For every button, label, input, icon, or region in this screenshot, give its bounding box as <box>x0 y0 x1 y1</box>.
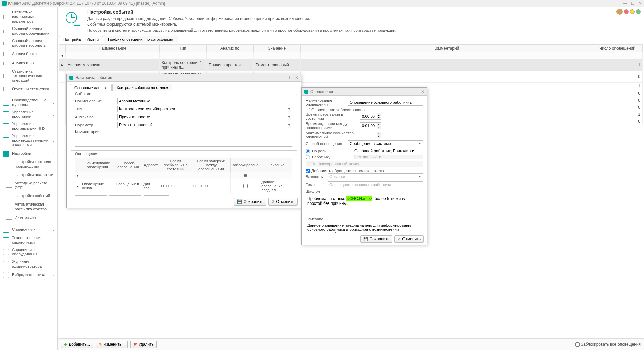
chevron-up-icon[interactable]: ▲ <box>377 132 381 135</box>
sidebar-group-settings[interactable]: Настройки⌃ <box>0 149 57 158</box>
sidebar-item[interactable]: Статистика измеряемых параметров <box>0 9 57 25</box>
worker-radio[interactable] <box>306 155 310 159</box>
page-description: События формируются системой мониторинга… <box>87 22 396 27</box>
chevron-down-icon[interactable]: ▼ <box>377 135 381 138</box>
worker-select: [нет данных]▼ <box>354 155 423 159</box>
add-button[interactable]: ✚Добавить... <box>61 341 93 348</box>
table-row[interactable]: ▸Авария механикаКонтроль состояния/причи… <box>59 59 643 71</box>
delete-button[interactable]: ✖Удалить <box>130 341 157 348</box>
block-all-checkbox[interactable]: Заблокировать все оповещения <box>575 342 641 347</box>
minimize-icon[interactable]: — <box>623 1 627 6</box>
sidebar-subitem[interactable]: Настройки аналитики <box>0 170 57 180</box>
sidebar-group[interactable]: Производственные журналы⌄ <box>0 97 57 109</box>
sidebar-group[interactable]: Справочники оборудования⌄ <box>0 246 57 258</box>
add-button[interactable]: ✚Добавить... <box>75 195 107 196</box>
sidebar-item[interactable]: Анализ КПЭ <box>0 59 57 68</box>
edit-button[interactable]: ✎Изменить... <box>109 195 141 196</box>
sidebar-subitem[interactable]: Настройки контроля производства <box>0 158 57 170</box>
sidebar-item[interactable]: Отчеты и статистика <box>0 84 57 94</box>
col-comment[interactable]: Комментарий <box>301 44 592 52</box>
tab-control[interactable]: Контроль события на станке <box>112 84 172 91</box>
sidebar-item[interactable]: Анализ брака <box>0 49 57 59</box>
sidebar-item[interactable]: Сводный анализ работы оборудования <box>0 25 57 37</box>
save-icon: 💾 <box>363 237 368 241</box>
chevron-up-icon[interactable]: ▲ <box>377 113 381 116</box>
sidebar-item[interactable]: Статистика технологических операций <box>0 68 57 84</box>
col-name[interactable]: Наименование <box>66 44 160 52</box>
param-select[interactable]: Ремонт плановый▼ <box>117 122 292 128</box>
blocked-checkbox[interactable] <box>243 184 248 188</box>
sidebar-subitem[interactable]: Интеграция <box>0 213 57 222</box>
analysis-select[interactable]: Причина простоя▼ <box>117 114 292 120</box>
save-button[interactable]: 💾Сохранить <box>234 198 267 206</box>
edit-button[interactable]: ✎Изменить... <box>96 341 128 348</box>
cancel-button[interactable]: ⊘Отменить <box>394 235 424 243</box>
status-dot-red <box>624 9 629 14</box>
chevron-up-icon[interactable]: ▲ <box>377 123 381 126</box>
chevron-down-icon[interactable]: ▼ <box>377 126 381 129</box>
filter-row[interactable]: ▾ <box>59 52 643 59</box>
delay-time-spinner[interactable]: ▲▼ <box>360 122 381 129</box>
event-name-input[interactable] <box>117 98 292 104</box>
chevron-down-icon: ⌄ <box>52 250 55 254</box>
save-button[interactable]: 💾Сохранить <box>360 235 393 243</box>
tab-main-data[interactable]: Основные данные <box>70 84 112 91</box>
fixed-number-checkbox: На фиксированный номер <box>306 161 423 167</box>
minimize-icon[interactable]: — <box>278 75 282 80</box>
sidebar-item[interactable]: Сводный анализ работы персонала <box>0 37 57 49</box>
blocked-checkbox[interactable]: Оповещение заблокировано <box>306 108 423 112</box>
role-radio[interactable] <box>306 149 310 153</box>
sidebar-group[interactable]: Управление простоями⌄ <box>0 109 57 121</box>
col-type[interactable]: Тип <box>160 44 207 52</box>
chevron-down-icon: ▼ <box>418 175 421 178</box>
sidebar-group[interactable]: Вибродиагностика⌄ <box>0 270 57 280</box>
sidebar-group[interactable]: Справочники⌄ <box>0 225 57 234</box>
chevron-down-icon: ⌄ <box>52 124 55 128</box>
col-value[interactable]: Значение <box>254 44 301 52</box>
col-count[interactable]: Число оповещений <box>592 44 643 52</box>
stay-time-spinner[interactable]: ▲▼ <box>360 113 381 120</box>
chevron-down-icon[interactable]: ▼ <box>377 116 381 119</box>
close-icon[interactable]: ✕ <box>295 75 298 80</box>
description-textarea[interactable]: Данное оповещение предназначено для инфо… <box>306 222 423 233</box>
chevron-down-icon: ▼ <box>288 115 291 119</box>
tab-strip: Настройка событий График оповещения по с… <box>59 36 643 43</box>
sidebar-subitem[interactable]: Автоматическая рассылка отчетов <box>0 201 57 213</box>
tab-events-setup[interactable]: Настройка событий <box>59 36 103 43</box>
sidebar-subitem[interactable]: Настройка событий <box>0 191 57 201</box>
delete-icon: ✖ <box>133 342 137 347</box>
notifications-fieldset: Оповещения Наименование оповещенияСпособ… <box>71 154 297 196</box>
append-address-checkbox[interactable]: Добавлять обращение к пользователю <box>306 169 423 173</box>
table-row[interactable]: ▸Оповещение основ...Сообщение в ...Для р… <box>75 179 292 193</box>
sidebar-group[interactable]: Управление производственными заданиями⌄ <box>0 132 57 149</box>
close-icon[interactable]: ✕ <box>421 89 424 94</box>
template-textarea[interactable]: Проблема на станке <CNC.Name>, более 5-т… <box>306 195 423 215</box>
chevron-down-icon: ▼ <box>411 149 415 153</box>
notifications-table[interactable]: Наименование оповещенияСпособ оповещения… <box>75 158 292 193</box>
maximize-icon[interactable]: ☐ <box>286 75 290 80</box>
cancel-button[interactable]: ⊘Отменить <box>268 198 298 206</box>
window-titlebar: Клиент АИС Диспетчер (Версия: 2.4.117.10… <box>0 0 644 7</box>
comment-textarea[interactable] <box>75 135 292 147</box>
delete-button[interactable]: ✖Удалить <box>143 195 169 196</box>
sidebar-subitem[interactable]: Методика расчета OEE <box>0 180 57 192</box>
user-avatar-icon[interactable] <box>616 9 623 15</box>
maximize-icon[interactable]: ☐ <box>413 89 416 94</box>
maximize-icon[interactable]: ☐ <box>631 1 635 6</box>
close-icon[interactable]: ✕ <box>639 1 642 6</box>
method-select[interactable]: Сообщение в системе▼ <box>348 140 423 147</box>
notify-name-input[interactable] <box>348 99 423 106</box>
dialog-titlebar[interactable]: Настройка события —☐✕ <box>67 74 301 82</box>
dialog-titlebar[interactable]: Оповещение —☐✕ <box>302 88 427 96</box>
sidebar-group[interactable]: Журналы администратора⌄ <box>0 258 57 270</box>
event-type-select[interactable]: Контроль состояний/простоев▼ <box>117 106 292 112</box>
importance-select: Обычная▼ <box>328 173 423 180</box>
role-select[interactable]: Основной работник; Бригадир▼ <box>354 149 423 153</box>
page-description: Данный раздел предназначен для задания С… <box>87 16 396 22</box>
sidebar-group[interactable]: Технологические справочники⌄ <box>0 234 57 246</box>
tab-schedule[interactable]: График оповещения по сотрудникам <box>104 36 178 43</box>
sidebar-group[interactable]: Управление программами ЧПУ⌄ <box>0 120 57 132</box>
minimize-icon[interactable]: — <box>404 89 408 94</box>
col-analysis[interactable]: Анализ по <box>207 44 254 52</box>
max-count-spinner[interactable]: ▲▼ <box>360 132 381 138</box>
